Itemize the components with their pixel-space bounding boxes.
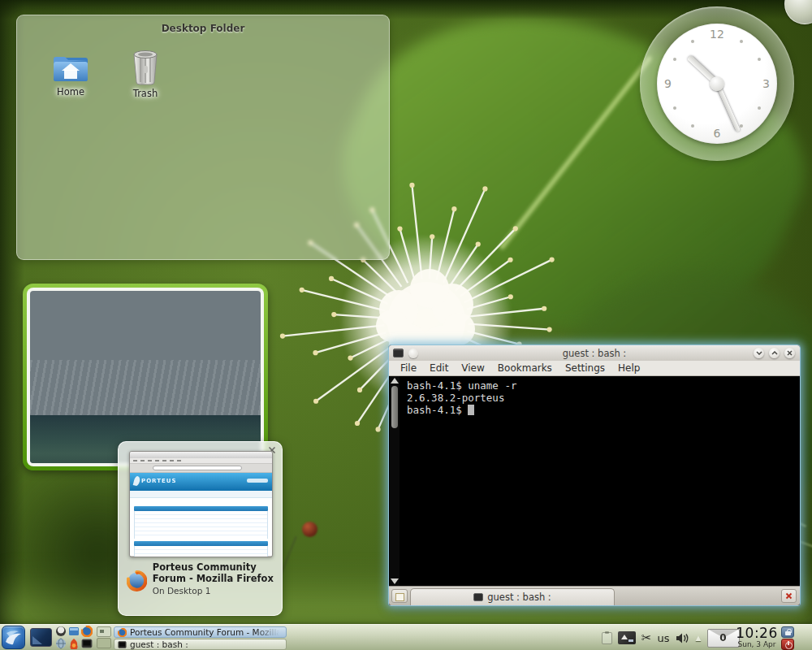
task-label: Porteus Community Forum - Mozilla Fir [130,627,283,637]
app-sphere-icon [55,626,67,637]
clock-face: 12 3 6 9 [657,24,777,144]
thumbnail-addressbar [153,466,242,470]
konsole-menubar: File Edit View Bookmarks Settings Help [389,361,800,376]
taskbar-panel: Porteus Community Forum - Mozilla Fir gu… [0,624,812,650]
thumbnail-titlebar [130,452,272,458]
thumbnail-breadcrumb [130,491,272,498]
launcher-app-3[interactable] [55,638,67,649]
analog-clock-widget[interactable]: 12 3 6 9 [640,6,794,161]
menu-bookmarks[interactable]: Bookmarks [491,362,559,374]
desktop-icon-home[interactable]: Home [41,53,100,98]
tray-device-notifier-icon[interactable] [618,631,636,644]
menu-help[interactable]: Help [611,362,646,374]
globe-icon [55,638,67,649]
thumbnail-banner-badge [247,479,268,483]
tray-volume-icon[interactable] [676,632,690,644]
mail-count: 0 [719,632,726,644]
home-folder-icon [52,53,89,84]
thumbnail-forum-tables [134,504,268,552]
maximize-button[interactable] [769,348,780,358]
launcher-app-1[interactable] [55,626,67,637]
clock-number-12: 12 [710,28,724,41]
tray-keyboard-layout[interactable]: us [658,632,670,644]
firefox-icon [81,626,93,637]
launcher-app-2[interactable] [68,626,80,637]
pager-desktop-2[interactable] [97,638,111,648]
desktop-folder-title: Desktop Folder [17,23,389,34]
desktop-icon-trash[interactable]: Trash [116,48,175,99]
terminal-text: bash-4.1$ uname -r2.6.38.2-porteusbash-4… [407,379,516,416]
preview-window-title: Porteus Community Forum - Mozilla Firefo… [153,562,275,584]
close-tab-icon [785,592,793,600]
new-tab-button[interactable] [391,589,408,603]
app-window-icon [68,626,80,637]
close-tab-button[interactable] [781,589,797,603]
menu-view[interactable]: View [455,362,490,374]
desktop-icon-label: Trash [116,88,175,99]
tray-expander-icon[interactable]: ▲ [696,634,702,642]
konsole-tab[interactable]: guest : bash : [410,588,615,605]
launcher-app-4[interactable] [68,638,80,649]
menu-edit[interactable]: Edit [423,362,455,374]
scroll-up-icon[interactable] [391,378,399,384]
terminal-line: 2.6.38.2-porteus [407,392,504,404]
trash-icon [129,48,162,85]
konsole-tabbar: guest : bash : [389,586,800,605]
taskbar-task-firefox[interactable]: Porteus Community Forum - Mozilla Fir [114,626,287,638]
lock-screen-button[interactable] [781,626,794,638]
terminal-line: bash-4.1$ uname -r [407,379,516,392]
app-launcher-button[interactable] [2,626,25,649]
menu-settings[interactable]: Settings [559,362,611,374]
clock-hub [710,76,724,91]
terminal-scrollbar[interactable] [390,376,400,586]
konsole-titlebar[interactable]: guest : bash : [389,345,800,361]
clock-number-3: 3 [762,77,770,90]
menu-file[interactable]: File [394,362,423,374]
launcher-firefox[interactable] [81,626,93,637]
launcher-terminal[interactable] [81,638,93,649]
preview-desktop-info: On Desktop 1 [153,586,275,596]
desktop-pager[interactable] [97,626,111,649]
desktop-folder-widget[interactable]: Desktop Folder Home [16,15,390,260]
taskbar-task-konsole[interactable]: guest : bash : [114,639,287,650]
scrollbar-thumb[interactable] [391,386,398,428]
thumbnail-site-banner: PORTEUS [130,473,272,491]
plasma-toolbox-icon[interactable] [784,0,812,24]
digital-clock[interactable]: 10:26 Sun, 3 Apr [733,626,780,648]
pager-desktop-1[interactable] [97,626,111,637]
thumbnail-toolbar [130,464,272,473]
firefox-icon [127,562,147,600]
desktop[interactable]: Desktop Folder Home [0,0,812,650]
kde-menu-icon [2,626,24,648]
clock-number-6: 6 [714,127,721,140]
window-thumbnail[interactable]: PORTEUS [129,451,273,557]
chevron-down-icon [756,351,762,355]
clock-date: Sun, 3 Apr [733,640,780,648]
storm-photo-rain [30,360,261,420]
window-preview-tooltip: PORTEUS [118,441,283,616]
thumbnail-page: PORTEUS [130,473,272,556]
firefox-icon [118,628,127,637]
scroll-down-icon[interactable] [391,578,399,584]
terminal-icon [118,640,127,649]
tray-klipper-scissors-icon[interactable]: ✂ [641,632,652,644]
chevron-up-icon [771,351,778,355]
terminal-tab-icon [473,593,483,601]
picture-frame-mat [27,288,264,466]
terminal-output-area[interactable]: bash-4.1$ uname -r2.6.38.2-porteusbash-4… [389,376,800,586]
storm-photo [30,291,261,463]
show-desktop-button[interactable] [30,628,52,647]
minimize-button[interactable] [754,348,764,358]
flame-icon [68,638,80,649]
tab-label: guest : bash : [487,592,551,603]
clock-time: 10:26 [733,626,780,640]
leave-button[interactable] [781,639,794,650]
thumbnail-site-logo [133,475,141,486]
tray-clipboard-icon[interactable] [602,632,612,644]
thumbnail-menubar [130,458,272,464]
konsole-window-title: guest : bash : [389,348,800,359]
close-button[interactable] [784,348,795,358]
desktop-icon-label: Home [41,86,100,98]
konsole-window[interactable]: guest : bash : File Edit View Bookmarks … [388,344,801,606]
system-tray: ✂ us ▲ 0 [602,625,740,650]
